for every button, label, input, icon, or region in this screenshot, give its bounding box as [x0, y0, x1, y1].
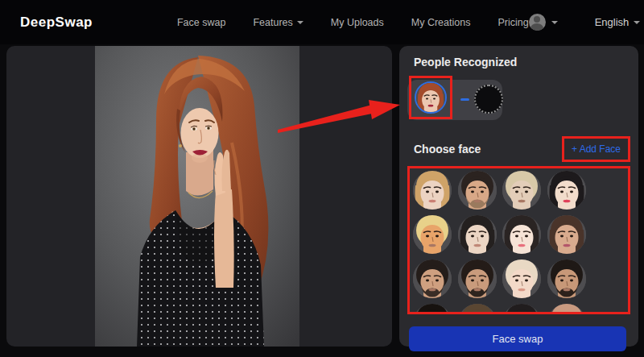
nav-face-swap[interactable]: Face swap [177, 17, 225, 28]
face-thumb-gray-trump[interactable] [502, 171, 541, 210]
face-thumb-brunette-woman[interactable] [547, 215, 586, 254]
annotation-box-face-grid [407, 166, 630, 314]
face-thumb-stubble-man[interactable] [413, 259, 452, 298]
top-navbar: DeepSwap Face swap Features My Uploads M… [0, 0, 644, 44]
face-thumb-baby[interactable] [502, 259, 541, 298]
deepswap-logo[interactable]: DeepSwap [20, 15, 93, 31]
choose-face-title: Choose face [414, 143, 481, 156]
people-recognized-title: People Recognized [414, 56, 630, 68]
face-grid [410, 168, 628, 314]
face-swap-button[interactable]: Face swap [409, 326, 626, 351]
face-swap-panel: People Recognized Choose face + Add Face [399, 46, 638, 347]
add-face-button[interactable]: + Add Face [562, 136, 630, 162]
face-thumb-glasses-beard-man[interactable] [458, 304, 497, 314]
face-thumb-side-glance-man[interactable] [547, 259, 586, 298]
face-thumb-blonde-woman[interactable] [413, 171, 452, 210]
nav-pricing[interactable]: Pricing [497, 17, 528, 28]
nav-my-creations[interactable]: My Creations [411, 17, 471, 28]
woman-portrait-illustration [95, 46, 299, 347]
annotation-box-recognized-face [409, 76, 452, 119]
nav-my-uploads[interactable]: My Uploads [331, 17, 384, 28]
face-thumb-asian-woman-4[interactable] [502, 304, 541, 314]
face-thumb-orange-trump[interactable] [413, 215, 452, 254]
face-thumb-asian-woman-3[interactable] [502, 215, 541, 254]
face-thumb-bearded-man[interactable] [458, 259, 497, 298]
nav-features[interactable]: Features [253, 17, 303, 28]
people-recognized-row [407, 78, 630, 122]
user-avatar[interactable] [529, 14, 546, 31]
caret-down-icon[interactable] [551, 21, 558, 24]
mapping-dash-icon [460, 98, 469, 101]
portrait-photo[interactable] [95, 46, 299, 347]
recognized-face-thumb[interactable] [415, 81, 447, 114]
choose-face-row: Choose face + Add Face [407, 136, 630, 162]
face-thumb-asian-woman-2[interactable] [458, 215, 497, 254]
face-thumb-asian-woman-red-lips[interactable] [547, 171, 586, 210]
target-face-placeholder[interactable] [474, 85, 503, 114]
main-nav: Face swap Features My Uploads My Creatio… [177, 17, 529, 28]
navbar-right: English [529, 14, 641, 31]
face-thumb-dark-haired-man[interactable] [458, 171, 497, 210]
caret-down-icon [297, 21, 303, 24]
language-selector[interactable]: English [595, 16, 641, 28]
face-thumb-dark-beard-man[interactable] [413, 304, 452, 314]
caret-down-icon [634, 21, 640, 24]
source-image-panel [6, 46, 392, 347]
face-thumb-partial-pink-face[interactable] [547, 304, 586, 314]
